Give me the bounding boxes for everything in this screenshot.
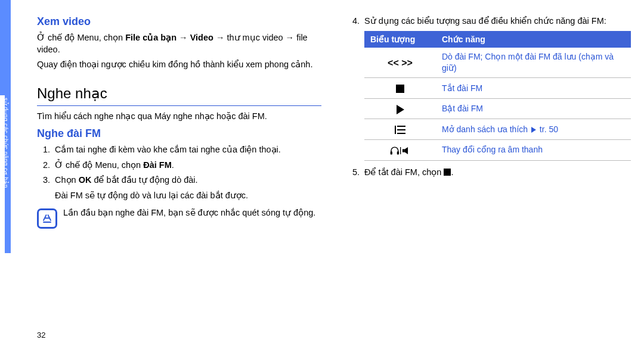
text: . — [451, 167, 453, 177]
video-p1: Ở chế độ Menu, chọn File của bạn → Video… — [37, 32, 321, 55]
text: Ở chế độ Menu, chọn — [55, 160, 143, 170]
bold-ok: OK — [79, 175, 92, 185]
bold-dai-fm: Đài FM — [143, 160, 172, 170]
table-row: Bật đài FM — [364, 98, 631, 119]
play-icon — [364, 98, 436, 119]
svg-rect-1 — [397, 151, 399, 154]
text: Chọn — [55, 175, 79, 185]
text: Mở danh sách ưa thích — [442, 124, 530, 134]
text: tr. 50 — [537, 124, 558, 134]
func-output: Thay đổi cổng ra âm thanh — [436, 140, 631, 161]
table-header-row: Biểu tượng Chức năng — [364, 31, 631, 48]
seek-icon: << >> — [364, 48, 436, 77]
func-seek: Dò đài FM; Chọn một đài FM đã lưu (chạm … — [436, 48, 631, 77]
text: Ở chế độ Menu, chọn — [37, 33, 125, 42]
fm-steps-cont: Sử dụng các biểu tượng sau để điều khiển… — [346, 15, 631, 178]
th-icon: Biểu tượng — [364, 31, 436, 48]
table-row: Mở danh sách ưa thích tr. 50 — [364, 119, 631, 140]
text: Để tắt đài FM, chọn — [364, 167, 444, 177]
func-play: Bật đài FM — [436, 98, 631, 119]
note-text: Lần đầu bạn nghe đài FM, bạn sẽ được nhắ… — [63, 207, 321, 219]
list-item: Cắm tai nghe đi kèm vào khe cắm tai nghe… — [52, 144, 321, 156]
headphone-speaker-icon — [364, 140, 436, 161]
text: → — [177, 33, 190, 42]
favorites-list-icon — [364, 119, 436, 140]
text: . — [172, 160, 174, 170]
left-column: Xem video Ở chế độ Menu, chọn File của b… — [37, 12, 321, 349]
th-func: Chức năng — [436, 31, 631, 48]
text: để bắt đầu tự động dò đài. — [91, 175, 197, 185]
list-item: Để tắt đài FM, chọn . — [362, 167, 631, 179]
fm-steps: Cắm tai nghe đi kèm vào khe cắm tai nghe… — [37, 144, 321, 201]
page-root: sử dụng các chức năng cơ bản Xem video Ở… — [0, 0, 644, 349]
right-column: Sử dụng các biểu tượng sau để điều khiển… — [346, 12, 631, 349]
side-label: sử dụng các chức năng cơ bản — [1, 95, 10, 253]
heading-nghe-nhac: Nghe nhạc — [37, 84, 321, 104]
heading-rule — [37, 105, 321, 106]
bold-file-cua-ban: File của bạn — [125, 33, 177, 42]
chevron-right-icon — [531, 127, 536, 133]
table-row: Tắt đài FM — [364, 78, 631, 99]
list-item: Sử dụng các biểu tượng sau để điều khiển… — [362, 15, 631, 161]
side-tab-top — [0, 0, 11, 95]
svg-rect-3 — [402, 149, 405, 152]
icon-table: Biểu tượng Chức năng << >> Dò đài FM; Ch… — [364, 31, 631, 161]
note-icon — [37, 208, 57, 229]
list-item: Ở chế độ Menu, chọn Đài FM. — [52, 160, 321, 172]
svg-rect-0 — [391, 151, 392, 154]
func-stop: Tắt đài FM — [436, 78, 631, 99]
stop-icon — [364, 78, 436, 99]
note-block: Lần đầu bạn nghe đài FM, bạn sẽ được nhắ… — [37, 207, 321, 229]
table-row: << >> Dò đài FM; Chọn một đài FM đã lưu … — [364, 48, 631, 77]
music-intro: Tìm hiểu cách nghe nhạc qua Máy nghe nhạ… — [37, 111, 321, 123]
video-p2: Quay điện thoại ngược chiều kim đồng hồ … — [37, 59, 321, 71]
list-item: Chọn OK để bắt đầu tự động dò đài. Đài F… — [52, 174, 321, 201]
page-number: 32 — [37, 330, 45, 341]
text: Sử dụng các biểu tượng sau để điều khiển… — [364, 16, 606, 26]
bold-video: Video — [190, 33, 213, 42]
table-row: Thay đổi cổng ra âm thanh — [364, 140, 631, 161]
columns: Xem video Ở chế độ Menu, chọn File của b… — [0, 0, 644, 349]
stop-icon-inline — [444, 169, 451, 176]
func-favorites: Mở danh sách ưa thích tr. 50 — [436, 119, 631, 140]
heading-xem-video: Xem video — [37, 14, 321, 29]
heading-nghe-dai-fm: Nghe đài FM — [37, 126, 321, 141]
list-item-sub: Đài FM sẽ tự động dò và lưu lại các đài … — [55, 190, 321, 202]
